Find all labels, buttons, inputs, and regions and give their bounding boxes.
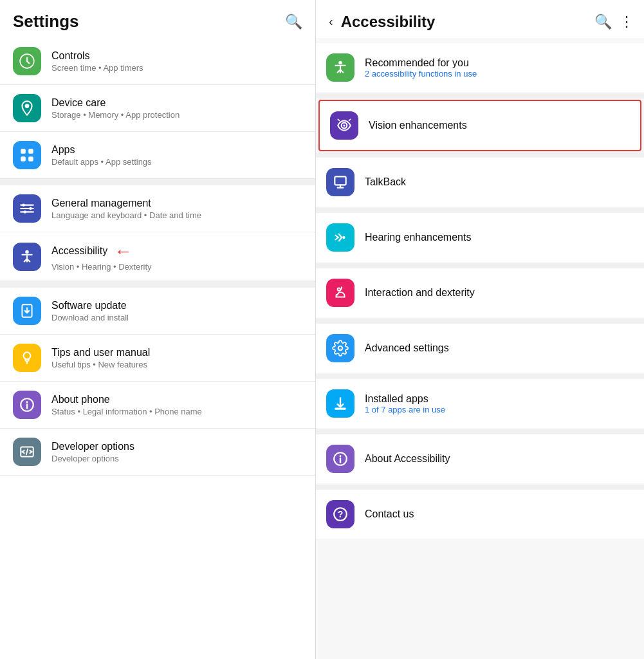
hearing-enhancements-icon — [326, 223, 354, 252]
developer-options-title: Developer options — [51, 441, 302, 452]
acc-separator-2 — [316, 153, 644, 158]
general-mgmt-title: General management — [51, 198, 302, 209]
accessibility-title: Accessibility — [51, 245, 107, 257]
svg-point-26 — [342, 236, 345, 239]
vision-enhancements-icon — [330, 111, 358, 140]
software-update-subtitle: Download and install — [51, 313, 302, 322]
device-care-title: Device care — [51, 97, 302, 109]
acc-item-vision-enhancements[interactable]: Vision enhancements — [318, 100, 641, 151]
svg-point-27 — [338, 288, 340, 290]
recommended-subtitle: 2 accessibility functions in use — [365, 69, 634, 79]
svg-line-24 — [338, 119, 339, 120]
contact-us-title: Contact us — [365, 508, 634, 520]
svg-text:?: ? — [338, 509, 344, 519]
svg-point-14 — [24, 352, 31, 359]
svg-point-10 — [29, 207, 32, 210]
settings-item-general-management[interactable]: General management Language and keyboard… — [0, 185, 315, 232]
device-care-icon — [13, 94, 41, 122]
section-separator-2 — [0, 281, 315, 288]
interaction-dexterity-title: Interaction and dexterity — [365, 287, 634, 299]
accessibility-more-icon[interactable]: ⋮ — [620, 14, 634, 30]
general-mgmt-subtitle: Language and keyboard • Date and time — [51, 210, 302, 220]
developer-options-text: Developer options Developer options — [51, 441, 302, 463]
recommended-title: Recommended for you — [365, 57, 634, 69]
settings-item-apps[interactable]: Apps Default apps • App settings — [0, 132, 315, 179]
hearing-enhancements-title: Hearing enhancements — [365, 232, 634, 243]
svg-point-9 — [22, 203, 24, 206]
accessibility-search-icon[interactable]: 🔍 — [594, 14, 612, 30]
accessibility-icon — [13, 243, 41, 271]
vision-enhancements-title: Vision enhancements — [369, 120, 630, 131]
contact-us-icon: ? — [326, 500, 354, 528]
right-header-icons: 🔍 ⋮ — [594, 14, 634, 30]
settings-item-controls[interactable]: Controls Screen time • App timers — [0, 38, 315, 85]
svg-rect-29 — [335, 408, 345, 410]
accessibility-text: Accessibility ← Vision • Hearing • Dexte… — [51, 241, 302, 272]
controls-subtitle: Screen time • App timers — [51, 63, 302, 73]
settings-search-icon[interactable]: 🔍 — [285, 14, 302, 30]
accessibility-panel-title: Accessibility — [341, 13, 589, 31]
hearing-enhancements-text: Hearing enhancements — [365, 232, 634, 243]
back-button[interactable]: ‹ — [326, 12, 336, 32]
about-phone-text: About phone Status • Legal information •… — [51, 394, 302, 416]
accessibility-header: ‹ Accessibility 🔍 ⋮ — [316, 0, 644, 38]
acc-item-installed-apps[interactable]: Installed apps 1 of 7 apps are in use — [316, 379, 644, 428]
svg-point-22 — [343, 124, 345, 126]
controls-title: Controls — [51, 50, 302, 62]
advanced-settings-title: Advanced settings — [365, 342, 634, 354]
svg-rect-4 — [21, 156, 26, 162]
svg-point-12 — [25, 250, 28, 253]
general-mgmt-text: General management Language and keyboard… — [51, 198, 302, 220]
device-care-text: Device care Storage • Memory • App prote… — [51, 97, 302, 120]
talkback-text: TalkBack — [365, 176, 634, 188]
acc-item-contact-us[interactable]: ? Contact us — [316, 490, 644, 539]
settings-item-tips[interactable]: Tips and user manual Useful tips • New f… — [0, 335, 315, 382]
about-accessibility-text: About Accessibility — [365, 453, 634, 465]
acc-item-talkback[interactable]: TalkBack — [316, 158, 644, 207]
acc-item-about-accessibility[interactable]: About Accessibility — [316, 434, 644, 483]
software-update-icon — [13, 297, 41, 325]
acc-item-recommended[interactable]: Recommended for you 2 accessibility func… — [316, 43, 644, 92]
advanced-settings-icon — [326, 334, 354, 362]
developer-options-icon — [13, 438, 41, 466]
settings-item-about-phone[interactable]: About phone Status • Legal information •… — [0, 382, 315, 429]
section-separator-1 — [0, 179, 315, 185]
settings-header: Settings 🔍 — [0, 0, 315, 38]
svg-rect-5 — [28, 156, 33, 162]
settings-item-accessibility[interactable]: Accessibility ← Vision • Hearing • Dexte… — [0, 232, 315, 281]
settings-panel: Settings 🔍 Controls Screen time • App ti… — [0, 0, 315, 659]
acc-item-interaction-dexterity[interactable]: Interaction and dexterity — [316, 268, 644, 317]
settings-list: Controls Screen time • App timers Device… — [0, 38, 315, 659]
acc-item-advanced-settings[interactable]: Advanced settings — [316, 324, 644, 373]
talkback-icon — [326, 168, 354, 196]
talkback-title: TalkBack — [365, 176, 634, 188]
installed-apps-icon — [326, 389, 354, 418]
apps-text: Apps Default apps • App settings — [51, 144, 302, 167]
controls-icon — [13, 47, 41, 75]
acc-separator-8 — [316, 485, 644, 490]
about-phone-title: About phone — [51, 394, 302, 405]
settings-item-device-care[interactable]: Device care Storage • Memory • App prote… — [0, 85, 315, 132]
settings-item-software-update[interactable]: Software update Download and install — [0, 288, 315, 335]
acc-separator-4 — [316, 263, 644, 268]
software-update-text: Software update Download and install — [51, 300, 302, 322]
about-phone-subtitle: Status • Legal information • Phone name — [51, 407, 302, 416]
tips-icon — [13, 344, 41, 372]
acc-separator-1 — [316, 93, 644, 98]
vision-enhancements-text: Vision enhancements — [369, 120, 630, 131]
apps-icon — [13, 141, 41, 169]
settings-item-developer-options[interactable]: Developer options Developer options — [0, 429, 315, 476]
acc-item-hearing-enhancements[interactable]: Hearing enhancements — [316, 213, 644, 262]
device-care-subtitle: Storage • Memory • App protection — [51, 110, 302, 120]
accessibility-panel: ‹ Accessibility 🔍 ⋮ Recommended for you … — [315, 0, 644, 659]
svg-point-20 — [338, 61, 342, 64]
accessibility-subtitle: Vision • Hearing • Dexterity — [51, 262, 302, 272]
svg-line-23 — [349, 119, 351, 120]
svg-rect-2 — [21, 149, 26, 154]
accessibility-list: Recommended for you 2 accessibility func… — [316, 38, 644, 659]
general-mgmt-icon — [13, 194, 41, 223]
about-accessibility-icon — [326, 445, 354, 473]
interaction-dexterity-icon — [326, 279, 354, 307]
recommended-text: Recommended for you 2 accessibility func… — [365, 57, 634, 79]
tips-title: Tips and user manual — [51, 347, 302, 358]
